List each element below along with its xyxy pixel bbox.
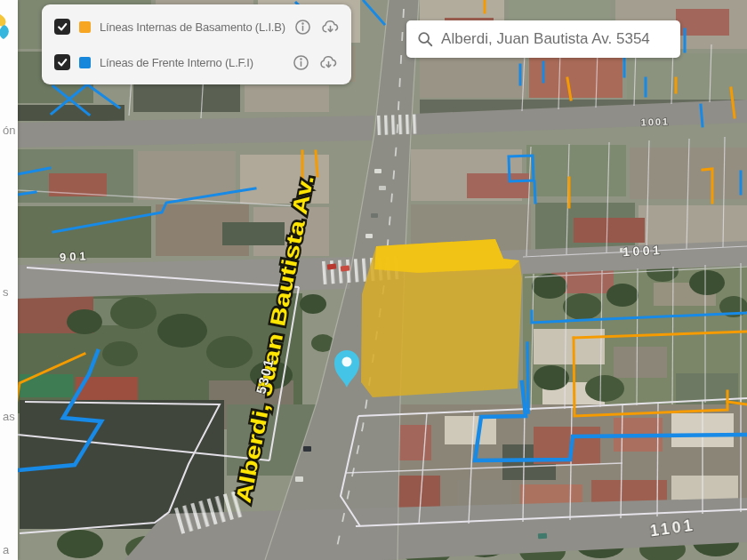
search-icon xyxy=(417,30,433,48)
search-input[interactable] xyxy=(441,30,670,48)
search-bar[interactable] xyxy=(406,20,680,58)
checkmark-icon xyxy=(57,57,68,68)
layer-checkbox[interactable] xyxy=(54,19,70,35)
info-icon[interactable] xyxy=(294,19,311,36)
highlighted-building[interactable] xyxy=(361,239,522,397)
download-icon[interactable] xyxy=(318,55,339,70)
map-viewport[interactable]: Alberdi, Juan Bautista Av. 5301 901 1001… xyxy=(0,0,747,560)
sidebar-item-fragment[interactable]: as xyxy=(3,410,15,423)
legend-row-lib: Líneas Internas de Basamento (L.I.B) xyxy=(42,10,351,44)
block-number-1001-right: 1001 xyxy=(622,243,663,259)
lfi-color-swatch xyxy=(79,57,91,68)
sidebar-item-fragment[interactable]: s xyxy=(3,285,9,299)
app-logo[interactable] xyxy=(0,12,13,45)
info-icon[interactable] xyxy=(293,54,309,71)
lib-color-swatch xyxy=(79,21,91,33)
block-number-1001-top: 1001 xyxy=(640,116,670,127)
legend-label-lfi: Líneas de Frente Interno (L.F.I) xyxy=(100,56,284,69)
sidebar-item-fragment[interactable]: ón xyxy=(3,124,15,137)
left-sidebar-strip: ón s as a xyxy=(0,0,18,560)
legend-label-lib: Líneas Internas de Basamento (L.I.B) xyxy=(100,20,285,34)
block-number-901: 901 xyxy=(60,249,90,264)
legend-row-lfi: Líneas de Frente Interno (L.F.I) xyxy=(42,45,351,79)
sidebar-item-fragment[interactable]: a xyxy=(3,543,9,556)
download-icon[interactable] xyxy=(320,20,341,35)
layers-legend-panel: Líneas Internas de Basamento (L.I.B) xyxy=(42,4,351,84)
layer-checkbox[interactable] xyxy=(54,54,70,70)
checkmark-icon xyxy=(57,21,68,32)
